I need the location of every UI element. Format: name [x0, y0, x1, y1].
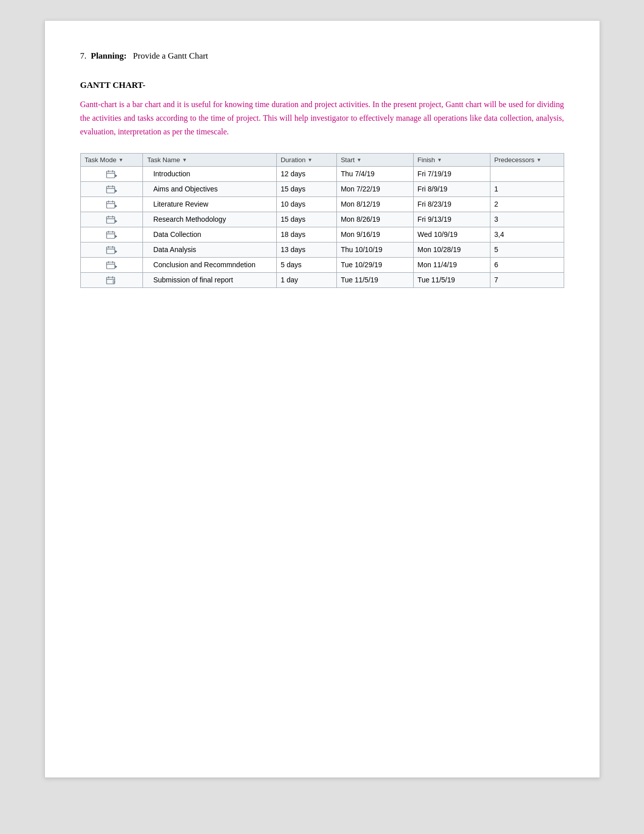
- cell-finish: Wed 10/9/19: [413, 227, 490, 242]
- section-number: 7.: [80, 51, 87, 61]
- svg-marker-4: [115, 174, 117, 177]
- cell-duration: 1 day: [276, 272, 336, 287]
- table-header-row: Task Mode ▼ Task Name ▼ Duration ▼: [80, 153, 564, 166]
- auto-task-icon: [106, 260, 117, 269]
- cell-start: Tue 11/5/19: [336, 272, 413, 287]
- cell-task-name: Literature Review: [143, 197, 276, 212]
- cell-task-mode: [80, 272, 143, 287]
- cell-duration: 18 days: [276, 227, 336, 242]
- page: 7. Planning: Provide a Gantt Chart GANTT…: [44, 20, 600, 778]
- cell-duration: 15 days: [276, 212, 336, 227]
- svg-marker-14: [115, 205, 117, 208]
- cell-duration: 13 days: [276, 242, 336, 257]
- sort-arrow-start[interactable]: ▼: [357, 157, 362, 163]
- auto-task-icon: [106, 215, 117, 223]
- section-title: Planning:: [91, 51, 127, 61]
- sort-arrow-predecessors[interactable]: ▼: [536, 157, 541, 163]
- cell-predecessors: [490, 166, 564, 181]
- sort-arrow-finish[interactable]: ▼: [437, 157, 442, 163]
- auto-task-icon: [106, 230, 117, 238]
- gantt-chart-title: GANTT CHART-: [80, 80, 564, 90]
- svg-rect-25: [107, 247, 115, 254]
- cell-task-name: Introduction: [143, 166, 276, 181]
- sort-arrow-duration[interactable]: ▼: [308, 157, 313, 163]
- table-row: Data Collection18 daysMon 9/16/19Wed 10/…: [80, 227, 564, 242]
- cell-start: Mon 7/22/19: [336, 181, 413, 197]
- table-row: Introduction12 daysThu 7/4/19Fri 7/19/19: [80, 166, 564, 181]
- cell-task-name: Submission of final report: [143, 272, 276, 287]
- section-heading: 7. Planning: Provide a Gantt Chart: [80, 51, 564, 61]
- table-row: Research Methodology15 daysMon 8/26/19Fr…: [80, 212, 564, 227]
- cell-finish: Fri 8/9/19: [413, 181, 490, 197]
- auto-task-icon: [106, 169, 117, 178]
- cell-start: Tue 10/29/19: [336, 257, 413, 272]
- col-header-start[interactable]: Start ▼: [336, 153, 413, 166]
- cell-finish: Mon 10/28/19: [413, 242, 490, 257]
- col-header-task-mode[interactable]: Task Mode ▼: [80, 153, 143, 166]
- cell-start: Mon 8/12/19: [336, 197, 413, 212]
- svg-rect-30: [107, 262, 115, 269]
- table-row: Conclusion and Recommndetion5 daysTue 10…: [80, 257, 564, 272]
- col-header-finish[interactable]: Finish ▼: [413, 153, 490, 166]
- auto-task-icon: [106, 245, 117, 254]
- auto-task-icon: [106, 200, 117, 208]
- cell-task-mode: [80, 197, 143, 212]
- cell-start: Mon 9/16/19: [336, 227, 413, 242]
- cell-finish: Fri 7/19/19: [413, 166, 490, 181]
- cell-task-name: Data Analysis: [143, 242, 276, 257]
- cell-task-name: Conclusion and Recommndetion: [143, 257, 276, 272]
- table-row: Data Analysis13 daysThu 10/10/19Mon 10/2…: [80, 242, 564, 257]
- cell-finish: Mon 11/4/19: [413, 257, 490, 272]
- cell-predecessors: 3,4: [490, 227, 564, 242]
- cell-task-mode: [80, 166, 143, 181]
- svg-rect-0: [107, 171, 115, 178]
- sort-arrow-task-mode[interactable]: ▼: [118, 157, 123, 163]
- cell-task-name: Data Collection: [143, 227, 276, 242]
- cell-task-name: Research Methodology: [143, 212, 276, 227]
- cell-predecessors: 6: [490, 257, 564, 272]
- cell-predecessors: 1: [490, 181, 564, 197]
- cell-duration: 12 days: [276, 166, 336, 181]
- cell-predecessors: 5: [490, 242, 564, 257]
- cell-task-mode: [80, 227, 143, 242]
- table-row: Aims and Objectives15 daysMon 7/22/19Fri…: [80, 181, 564, 197]
- cell-start: Thu 7/4/19: [336, 166, 413, 181]
- cell-task-mode: [80, 181, 143, 197]
- section-subtitle: Provide a Gantt Chart: [133, 51, 208, 61]
- svg-rect-5: [107, 186, 115, 193]
- sort-arrow-task-name[interactable]: ▼: [182, 157, 187, 163]
- cell-duration: 15 days: [276, 181, 336, 197]
- cell-finish: Fri 8/23/19: [413, 197, 490, 212]
- svg-marker-29: [115, 250, 117, 253]
- svg-marker-19: [115, 220, 117, 223]
- svg-rect-10: [107, 202, 115, 208]
- cell-start: Mon 8/26/19: [336, 212, 413, 227]
- manual-task-icon: [106, 275, 117, 284]
- svg-marker-24: [115, 235, 117, 238]
- cell-start: Thu 10/10/19: [336, 242, 413, 257]
- svg-rect-20: [107, 232, 115, 238]
- cell-task-mode: [80, 257, 143, 272]
- svg-rect-15: [107, 217, 115, 223]
- cell-duration: 10 days: [276, 197, 336, 212]
- table-row: Literature Review10 daysMon 8/12/19Fri 8…: [80, 197, 564, 212]
- cell-finish: Tue 11/5/19: [413, 272, 490, 287]
- cell-predecessors: 7: [490, 272, 564, 287]
- col-header-task-name[interactable]: Task Name ▼: [143, 153, 276, 166]
- gantt-table: Task Mode ▼ Task Name ▼ Duration ▼: [80, 153, 564, 288]
- cell-predecessors: 2: [490, 197, 564, 212]
- svg-marker-34: [115, 265, 117, 268]
- gantt-description: Gantt-chart is a bar chart and it is use…: [80, 97, 564, 139]
- auto-task-icon: [106, 184, 117, 193]
- cell-finish: Fri 9/13/19: [413, 212, 490, 227]
- cell-task-mode: [80, 242, 143, 257]
- cell-task-name: Aims and Objectives: [143, 181, 276, 197]
- cell-task-mode: [80, 212, 143, 227]
- table-row: Submission of final report1 dayTue 11/5/…: [80, 272, 564, 287]
- col-header-duration[interactable]: Duration ▼: [276, 153, 336, 166]
- cell-duration: 5 days: [276, 257, 336, 272]
- col-header-predecessors[interactable]: Predecessors ▼: [490, 153, 564, 166]
- cell-predecessors: 3: [490, 212, 564, 227]
- svg-marker-9: [115, 189, 117, 192]
